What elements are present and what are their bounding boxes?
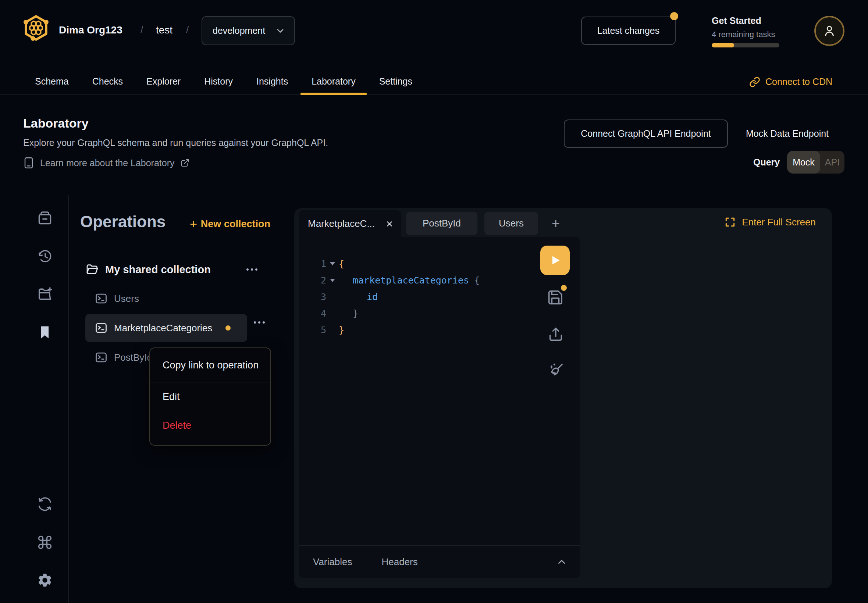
editor-tab-users[interactable]: Users [484, 212, 538, 235]
connect-cdn-link[interactable]: Connect to CDN [749, 68, 832, 95]
bookmark-icon [37, 324, 53, 340]
user-avatar[interactable] [814, 16, 845, 46]
rail-shortcuts-button[interactable] [37, 534, 53, 550]
fullscreen-icon [724, 216, 736, 228]
breadcrumb-separator: / [186, 24, 189, 36]
operation-item-users[interactable]: Users [85, 284, 247, 312]
collection-menu-button[interactable] [243, 266, 260, 274]
line-number: 2 [308, 275, 326, 286]
rail-history-button[interactable] [37, 248, 53, 264]
enter-fullscreen-label: Enter Full Screen [742, 216, 816, 228]
headers-tab[interactable]: Headers [381, 556, 418, 568]
menu-item-copy-link[interactable]: Copy link to operation [150, 348, 270, 382]
notification-dot [670, 12, 678, 20]
editor-tab-postbyid[interactable]: PostById [406, 212, 477, 235]
external-link-icon [181, 158, 189, 167]
editor-tab-marketplacecategories[interactable]: MarketplaceC... [299, 210, 401, 237]
new-collection-button[interactable]: + New collection [190, 218, 270, 230]
rail-new-folder-button[interactable] [37, 286, 53, 302]
tab-insights[interactable]: Insights [244, 68, 300, 94]
operation-icon [94, 292, 108, 306]
code-line: 1 { [299, 255, 580, 272]
rail-bookmarks-button[interactable] [37, 324, 53, 340]
save-operation-button[interactable] [547, 289, 564, 306]
menu-item-delete[interactable]: Delete [150, 411, 270, 440]
menu-item-edit[interactable]: Edit [150, 382, 270, 411]
broom-sparkles-icon [548, 362, 565, 378]
code-token: { [474, 275, 480, 286]
history-icon [37, 248, 53, 264]
editor-bottom-bar: Variables Headers [299, 545, 580, 578]
learn-more-label: Learn more about the Laboratory [40, 158, 175, 169]
hive-logo-icon[interactable] [23, 15, 49, 41]
main-nav: Schema Checks Explorer History Insights … [0, 68, 868, 95]
section-divider [0, 195, 868, 195]
operation-icon [94, 350, 108, 364]
tab-explorer[interactable]: Explorer [135, 68, 192, 94]
toggle-option-mock[interactable]: Mock [787, 151, 820, 173]
rail-settings-button[interactable] [37, 572, 53, 588]
rail-collections-button[interactable] [37, 210, 53, 226]
mock-data-endpoint-button[interactable]: Mock Data Endpoint [739, 119, 835, 148]
environment-select-value: development [213, 25, 269, 36]
breadcrumb-org[interactable]: Dima Org123 [59, 24, 122, 36]
line-number: 1 [308, 258, 326, 269]
sync-icon [37, 496, 53, 512]
get-started-title[interactable]: Get Started [712, 15, 761, 26]
rail-divider [68, 195, 69, 603]
book-icon [23, 157, 34, 169]
plus-icon: + [190, 218, 197, 230]
gear-icon [37, 572, 53, 588]
fold-caret-icon[interactable] [326, 262, 339, 266]
collection-row[interactable]: My shared collection [85, 260, 262, 280]
tab-laboratory[interactable]: Laboratory [300, 68, 367, 94]
share-operation-button[interactable] [547, 326, 564, 343]
line-number: 3 [308, 292, 326, 302]
chevron-down-icon [275, 26, 285, 36]
add-tab-button[interactable]: + [547, 212, 564, 235]
learn-more-link[interactable]: Learn more about the Laboratory [23, 157, 189, 169]
operation-name: PostById [114, 352, 152, 363]
variables-tab[interactable]: Variables [313, 556, 352, 568]
code-area[interactable]: 1 { 2 marketplaceCategories { 3 id 4 [299, 237, 580, 338]
prettify-button[interactable] [548, 362, 565, 378]
collection-name: My shared collection [105, 264, 243, 276]
query-target-toggle[interactable]: Mock API [787, 151, 845, 173]
operation-name: MarketplaceCategories [114, 322, 212, 334]
new-collection-label: New collection [201, 218, 270, 230]
environment-select[interactable]: development [201, 16, 295, 45]
enter-fullscreen-button[interactable]: Enter Full Screen [724, 216, 816, 228]
operation-menu-button[interactable] [251, 319, 268, 326]
get-started-subtitle: 4 remaining tasks [712, 30, 775, 39]
code-token: } [339, 325, 344, 336]
code-token: marketplaceCategories [353, 275, 469, 286]
tab-schema[interactable]: Schema [23, 68, 80, 94]
rail-sync-button[interactable] [37, 496, 53, 512]
folder-plus-icon [37, 286, 53, 302]
operation-name: Users [114, 293, 139, 305]
run-query-button[interactable] [540, 246, 570, 275]
fold-caret-icon[interactable] [326, 279, 339, 282]
breadcrumb-project[interactable]: test [156, 24, 172, 36]
page-title: Laboratory [23, 116, 89, 130]
connect-endpoint-button[interactable]: Connect GraphQL API Endpoint [564, 119, 728, 148]
operation-item-marketplacecategories[interactable]: MarketplaceCategories [85, 314, 247, 342]
play-icon [549, 254, 561, 267]
page-description: Explore your GraphQL schema and run quer… [23, 138, 328, 148]
line-number: 4 [308, 308, 326, 319]
tab-checks[interactable]: Checks [80, 68, 135, 94]
user-icon [822, 23, 837, 38]
operation-context-menu: Copy link to operation Edit Delete [149, 348, 271, 445]
close-icon[interactable] [385, 220, 393, 228]
chevron-up-icon[interactable] [556, 556, 567, 567]
save-icon [547, 289, 564, 306]
latest-changes-button[interactable]: Latest changes [581, 17, 676, 45]
tab-history[interactable]: History [192, 68, 244, 94]
get-started-progress [712, 43, 779, 48]
laboratory-page: Dima Org123 / test / development Latest … [0, 0, 868, 603]
code-line: 4 } [299, 305, 580, 322]
tab-settings[interactable]: Settings [367, 68, 424, 94]
code-token: { [339, 258, 344, 269]
toggle-option-api[interactable]: API [820, 151, 845, 173]
folder-open-icon [85, 263, 99, 277]
